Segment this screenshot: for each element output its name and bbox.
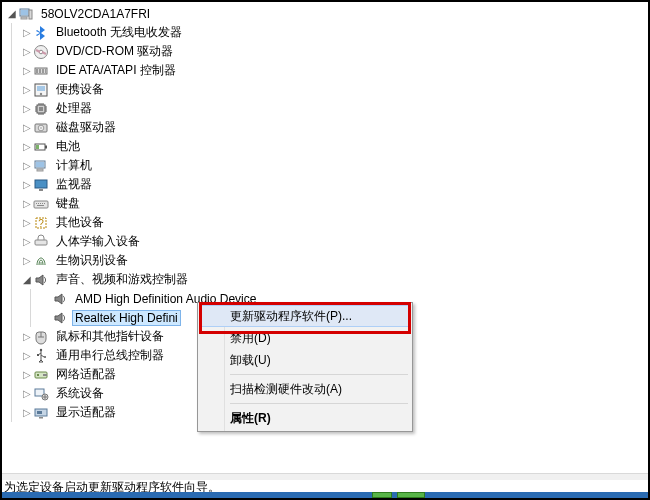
dvd-icon xyxy=(33,44,49,60)
tree-guide xyxy=(2,23,21,42)
tree-item-monitor[interactable]: ▷监视器 xyxy=(2,175,648,194)
tree-guide xyxy=(2,403,21,422)
tree-item-label: 计算机 xyxy=(53,156,95,175)
tree-item-ide[interactable]: ▷IDE ATA/ATAPI 控制器 xyxy=(2,61,648,80)
tree-guide xyxy=(2,289,21,308)
biometric-icon xyxy=(33,253,49,269)
usb-icon xyxy=(33,348,49,364)
expand-toggle[interactable]: ▷ xyxy=(21,46,32,57)
menu-item-label: 禁用(D) xyxy=(230,330,271,347)
tree-guide xyxy=(2,327,21,346)
tree-guide xyxy=(2,270,21,289)
tree-item-keyboard[interactable]: ▷键盘 xyxy=(2,194,648,213)
menu-item-props[interactable]: 属性(R) xyxy=(200,407,410,429)
tree-item-label: IDE ATA/ATAPI 控制器 xyxy=(53,61,179,80)
menu-item-disable[interactable]: 禁用(D) xyxy=(200,327,410,349)
tree-item-label: 便携设备 xyxy=(53,80,107,99)
expand-toggle[interactable]: ▷ xyxy=(21,103,32,114)
tree-guide xyxy=(21,289,40,308)
portable-icon xyxy=(33,82,49,98)
tree-item-label: 监视器 xyxy=(53,175,95,194)
expand-toggle[interactable]: ▷ xyxy=(21,27,32,38)
system-icon xyxy=(33,386,49,402)
tree-item-label: 声音、视频和游戏控制器 xyxy=(53,270,191,289)
expand-toggle[interactable]: ▷ xyxy=(21,65,32,76)
monitor-icon xyxy=(33,177,49,193)
keyboard-icon xyxy=(33,196,49,212)
tree-root[interactable]: ◢ 58OLV2CDA1A7FRI xyxy=(2,4,648,23)
tree-guide xyxy=(2,61,21,80)
tree-item-label: 鼠标和其他指针设备 xyxy=(53,327,167,346)
expand-toggle[interactable]: ▷ xyxy=(21,388,32,399)
svg-rect-3 xyxy=(21,17,27,19)
menu-item-scan[interactable]: 扫描检测硬件改动(A) xyxy=(200,378,410,400)
tree-item-label: 系统设备 xyxy=(53,384,107,403)
tree-item-label: 显示适配器 xyxy=(53,403,119,422)
expand-toggle[interactable]: ▷ xyxy=(21,122,32,133)
tree-guide xyxy=(2,251,21,270)
tree-item-label: 网络适配器 xyxy=(53,365,119,384)
expand-toggle[interactable]: ▷ xyxy=(21,198,32,209)
expand-toggle[interactable]: ▷ xyxy=(21,141,32,152)
tree-item-cpu[interactable]: ▷处理器 xyxy=(2,99,648,118)
expand-toggle[interactable]: ▷ xyxy=(21,84,32,95)
expand-toggle[interactable]: ▷ xyxy=(21,350,32,361)
disk-icon xyxy=(33,120,49,136)
expand-toggle[interactable]: ▷ xyxy=(21,179,32,190)
tree-guide xyxy=(2,232,21,251)
tree-item-label: 电池 xyxy=(53,137,83,156)
context-menu: 更新驱动程序软件(P)...禁用(D)卸载(U)扫描检测硬件改动(A)属性(R) xyxy=(197,302,413,432)
tree-item-battery[interactable]: ▷电池 xyxy=(2,137,648,156)
tree-item-label: 通用串行总线控制器 xyxy=(53,346,167,365)
menu-separator xyxy=(230,374,408,375)
tree-item-label: 磁盘驱动器 xyxy=(53,118,119,137)
computer-icon xyxy=(33,158,49,174)
expand-toggle[interactable]: ▷ xyxy=(21,236,32,247)
menu-item-label: 更新驱动程序软件(P)... xyxy=(230,308,352,325)
tree-item-label: DVD/CD-ROM 驱动器 xyxy=(53,42,176,61)
expand-toggle[interactable]: ◢ xyxy=(6,8,17,19)
expand-toggle[interactable]: ▷ xyxy=(21,255,32,266)
expand-toggle[interactable]: ▷ xyxy=(21,331,32,342)
tree-guide xyxy=(21,308,40,327)
expand-toggle[interactable]: ▷ xyxy=(21,217,32,228)
tree-item-biometric[interactable]: ▷生物识别设备 xyxy=(2,251,648,270)
svg-rect-2 xyxy=(29,10,32,19)
menu-item-label: 卸载(U) xyxy=(230,352,271,369)
tree-guide xyxy=(2,308,21,327)
network-icon xyxy=(33,367,49,383)
tree-item-label: Realtek High Defini xyxy=(72,310,181,326)
tree-item-hid[interactable]: ▷人体学输入设备 xyxy=(2,232,648,251)
other-icon xyxy=(33,215,49,231)
menu-item-label: 属性(R) xyxy=(230,410,271,427)
expand-toggle[interactable]: ▷ xyxy=(21,160,32,171)
tree-item-bluetooth[interactable]: ▷Bluetooth 无线电收发器 xyxy=(2,23,648,42)
tree-item-portable[interactable]: ▷便携设备 xyxy=(2,80,648,99)
tree-item-dvd[interactable]: ▷DVD/CD-ROM 驱动器 xyxy=(2,42,648,61)
expand-toggle[interactable]: ▷ xyxy=(21,407,32,418)
expand-toggle[interactable]: ▷ xyxy=(21,369,32,380)
device-manager-window: ◢ 58OLV2CDA1A7FRI ▷Bluetooth 无线电收发器▷DVD/… xyxy=(0,0,650,500)
sound-icon xyxy=(33,272,49,288)
tree-guide xyxy=(2,137,21,156)
menu-item-uninstall[interactable]: 卸载(U) xyxy=(200,349,410,371)
tree-item-sound[interactable]: ◢声音、视频和游戏控制器 xyxy=(2,270,648,289)
ide-icon xyxy=(33,63,49,79)
sound-icon xyxy=(52,310,68,326)
tree-guide xyxy=(2,384,21,403)
tree-guide xyxy=(2,346,21,365)
sound-icon xyxy=(52,291,68,307)
battery-icon xyxy=(33,139,49,155)
tree-guide xyxy=(2,175,21,194)
taskbar-item[interactable] xyxy=(372,492,392,498)
hid-icon xyxy=(33,234,49,250)
taskbar-item[interactable] xyxy=(397,492,425,498)
menu-item-update[interactable]: 更新驱动程序软件(P)... xyxy=(200,305,410,327)
menu-item-label: 扫描检测硬件改动(A) xyxy=(230,381,342,398)
expand-toggle[interactable]: ◢ xyxy=(21,274,32,285)
tree-item-disk[interactable]: ▷磁盘驱动器 xyxy=(2,118,648,137)
svg-rect-1 xyxy=(21,10,28,15)
tree-item-computer[interactable]: ▷计算机 xyxy=(2,156,648,175)
tree-guide xyxy=(2,80,21,99)
tree-item-other[interactable]: ▷其他设备 xyxy=(2,213,648,232)
